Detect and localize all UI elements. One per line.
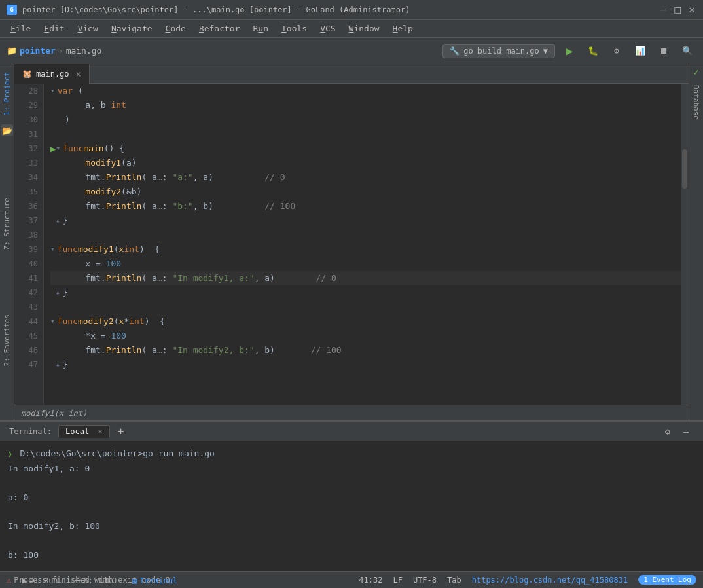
event-log-badge[interactable]: 1 Event Log: [638, 575, 696, 585]
code-line-41: fmt.Println( a…: "In modify1, a:", a) //…: [50, 271, 681, 285]
menu-help[interactable]: Help: [388, 22, 418, 35]
code-line-40: x = 100: [50, 257, 681, 271]
app-window: G pointer [D:\codes\Go\src\pointer] - ..…: [0, 0, 703, 588]
coverage-button[interactable]: 📊: [631, 42, 649, 60]
minimize-button[interactable]: –: [658, 5, 668, 14]
tab-close-icon[interactable]: ×: [76, 69, 81, 79]
run-tab[interactable]: ▶ 4: Run: [14, 574, 66, 588]
code-line-38: [50, 228, 681, 242]
url-link[interactable]: https://blog.csdn.net/qq_41580831: [472, 576, 628, 585]
sidebar-tab-project[interactable]: 1: Project: [1, 67, 13, 120]
add-terminal-button[interactable]: +: [114, 425, 128, 437]
menu-view[interactable]: View: [73, 22, 103, 35]
todo-tab[interactable]: ☰ 6: TODO: [66, 574, 125, 588]
terminal-line-7: In modify2, b: 100: [8, 519, 695, 534]
local-tab-close[interactable]: ×: [98, 427, 102, 436]
code-line-28: ▾ var (: [50, 84, 681, 98]
folder-icon: 📁: [7, 46, 17, 56]
editor-scrollbar[interactable]: [681, 84, 689, 405]
code-line-43: [50, 300, 681, 314]
breadcrumb-file[interactable]: main.go: [66, 46, 102, 56]
menu-bar: File Edit View Navigate Code Refactor Ru…: [0, 20, 703, 38]
content-area: 1: Project 📂 Z: Structure 2: Favorites 🐹…: [0, 64, 703, 571]
code-line-30: ): [50, 113, 681, 127]
terminal-bottom-label: Terminal: [139, 576, 177, 585]
debug-button[interactable]: 🐛: [584, 42, 602, 60]
line-ending[interactable]: LF: [393, 576, 402, 585]
terminal-label: Terminal:: [9, 427, 52, 436]
scroll-thumb[interactable]: [682, 149, 687, 189]
local-tab-label: Local: [65, 427, 89, 436]
menu-file[interactable]: File: [5, 22, 36, 35]
settings-button[interactable]: ⚙: [660, 424, 676, 439]
code-line-42: ▴ }: [50, 285, 681, 300]
run-button[interactable]: ▶: [560, 42, 579, 60]
editor-area: 🐹 main.go × 28 29 30 31 32 3: [14, 64, 689, 420]
bottom-tab-bar: Terminal: Local × + ⚙ —: [0, 422, 703, 441]
terminal-tab-local[interactable]: Local ×: [58, 425, 110, 438]
close-button[interactable]: ✕: [687, 5, 696, 14]
terminal-bottom-tab[interactable]: ▤ Terminal: [124, 574, 185, 588]
code-line-35: modify2(&b): [50, 185, 681, 199]
code-line-37: ▴ }: [50, 213, 681, 228]
breadcrumb-project[interactable]: pointer: [20, 46, 56, 56]
title-bar: G pointer [D:\codes\Go\src\pointer] - ..…: [0, 0, 703, 20]
encoding[interactable]: UTF-8: [413, 576, 437, 585]
indent-type[interactable]: Tab: [447, 576, 461, 585]
editor-and-hint: 28 29 30 31 32 33 34 35 36 37 38 39: [14, 84, 689, 420]
left-sidebar: 1: Project 📂 Z: Structure 2: Favorites: [0, 64, 14, 420]
warning-icon: ⚠: [7, 576, 11, 585]
todo-tab-label: 6: TODO: [84, 576, 117, 585]
code-line-46: fmt.Println( a…: "In modify2, b:", b) //…: [50, 343, 681, 358]
sidebar-tab-favorites[interactable]: 2: Favorites: [1, 309, 13, 371]
run-gutter-icon[interactable]: ▶: [50, 141, 56, 156]
code-line-47: ▴ }: [50, 358, 681, 372]
title-left: G pointer [D:\codes\Go\src\pointer] - ..…: [7, 5, 410, 15]
menu-code[interactable]: Code: [160, 22, 191, 35]
code-line-32: ▶ ▾ func main() {: [50, 141, 681, 156]
terminal-line-5: a: 0: [8, 490, 695, 505]
menu-vcs[interactable]: VCS: [315, 22, 340, 35]
search-everywhere-button[interactable]: 🔍: [678, 42, 696, 60]
run-config-label: go build main.go: [463, 46, 539, 56]
code-line-36: fmt.Println( a…: "b:", b) // 100: [50, 199, 681, 213]
terminal-content[interactable]: ❯ D:\codes\Go\src\pointer>go run main.go…: [0, 441, 703, 571]
code-line-34: fmt.Println( a…: "a:", a) // 0: [50, 170, 681, 185]
bottom-left-tabs: ▶ 4: Run ☰ 6: TODO ▤ Terminal: [14, 574, 185, 588]
menu-edit[interactable]: Edit: [39, 22, 69, 35]
hint-text: modify1(x int): [21, 409, 87, 418]
code-line-39: ▾ func modify1(x int) {: [50, 242, 681, 257]
tab-main-go[interactable]: 🐹 main.go ×: [14, 64, 90, 84]
menu-navigate[interactable]: Navigate: [106, 22, 158, 35]
menu-tools[interactable]: Tools: [276, 22, 312, 35]
check-icon: ✓: [693, 67, 698, 77]
maximize-button[interactable]: □: [673, 5, 682, 14]
stop-button[interactable]: ⏹: [655, 42, 673, 60]
tab-label: main.go: [36, 69, 69, 79]
run-tab-icon: ▶: [22, 576, 27, 585]
terminal-line-4: [8, 476, 695, 490]
tab-bar: 🐹 main.go ×: [14, 64, 689, 84]
code-line-33: modify1(a): [50, 156, 681, 170]
breadcrumb: 📁 pointer › main.go: [7, 46, 101, 56]
menu-window[interactable]: Window: [344, 22, 385, 35]
code-line-44: ▾ func modify2(x *int) {: [50, 314, 681, 329]
minimize-panel-button[interactable]: —: [678, 424, 694, 439]
cursor-position[interactable]: 41:32: [359, 576, 382, 585]
status-bar: ⚠ Process finished with exit code 0 ▶ 4:…: [0, 571, 703, 588]
run-config-selector[interactable]: 🔧 go build main.go ▼: [442, 44, 555, 58]
hint-bar: modify1(x int): [14, 405, 689, 420]
bottom-panel: Terminal: Local × + ⚙ — ❯: [0, 420, 703, 571]
sidebar-tab-structure[interactable]: Z: Structure: [1, 193, 13, 255]
terminal-line-1: ❯ D:\codes\Go\src\pointer>go run main.go: [8, 447, 695, 462]
go-build-icon: 🔧: [450, 46, 460, 56]
code-line-29: a, b int: [50, 98, 681, 113]
app-icon: G: [7, 5, 17, 15]
code-content[interactable]: ▾ var ( a, b int ): [44, 84, 681, 405]
menu-run[interactable]: Run: [248, 22, 274, 35]
go-file-icon: 🐹: [22, 69, 32, 79]
attach-button[interactable]: ⚙: [607, 42, 626, 60]
sidebar-folder-button[interactable]: 📂: [1, 124, 13, 136]
menu-refactor[interactable]: Refactor: [194, 22, 245, 35]
database-tab[interactable]: Database: [690, 80, 702, 125]
